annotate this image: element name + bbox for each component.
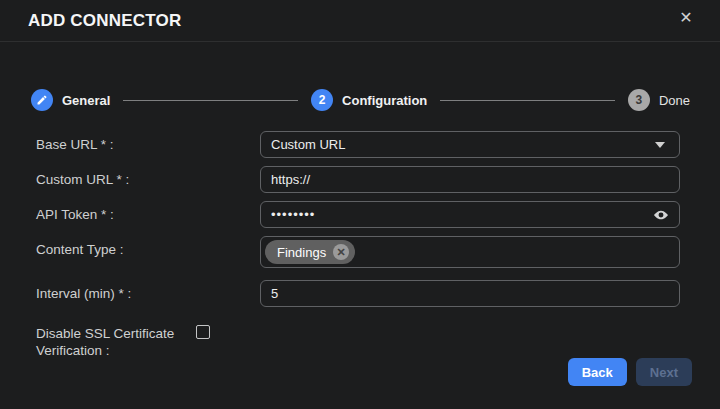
next-button[interactable]: Next bbox=[636, 358, 692, 386]
chevron-down-icon bbox=[655, 142, 665, 148]
close-icon[interactable]: ✕ bbox=[676, 8, 696, 28]
step-configuration-circle: 2 bbox=[311, 89, 333, 111]
api-token-row: API Token * : bbox=[36, 201, 680, 228]
content-type-field[interactable]: Findings ✕ bbox=[260, 236, 680, 268]
ssl-verification-checkbox[interactable] bbox=[196, 325, 210, 339]
custom-url-row: Custom URL * : bbox=[36, 166, 680, 193]
edit-pencil-icon bbox=[36, 94, 48, 106]
content-type-label: Content Type : bbox=[36, 236, 260, 259]
chip-remove-icon[interactable]: ✕ bbox=[333, 244, 349, 260]
step-done: 3 Done bbox=[628, 89, 690, 111]
stepper-connector-line bbox=[440, 100, 615, 101]
step-general-circle bbox=[31, 89, 53, 111]
add-connector-dialog: ADD CONNECTOR ✕ General 2 Configuration … bbox=[0, 0, 720, 409]
stepper-connector-line bbox=[123, 100, 298, 101]
interval-field-wrap bbox=[260, 280, 680, 307]
content-type-chip: Findings ✕ bbox=[265, 240, 355, 264]
step-configuration[interactable]: 2 Configuration bbox=[311, 89, 427, 111]
ssl-verification-row: Disable SSL Certificate Verification : bbox=[36, 320, 680, 360]
reveal-password-eye-icon[interactable] bbox=[653, 207, 669, 223]
interval-label: Interval (min) * : bbox=[36, 280, 260, 303]
dialog-footer: Back Next bbox=[568, 358, 692, 386]
ssl-verification-label: Disable SSL Certificate Verification : bbox=[36, 320, 196, 360]
dialog-title: ADD CONNECTOR bbox=[28, 11, 181, 31]
step-done-circle: 3 bbox=[628, 89, 650, 111]
step-general-label: General bbox=[62, 93, 110, 108]
wizard-stepper: General 2 Configuration 3 Done bbox=[31, 89, 690, 111]
custom-url-field-wrap bbox=[260, 166, 680, 193]
interval-row: Interval (min) * : bbox=[36, 280, 680, 307]
api-token-input[interactable] bbox=[271, 207, 645, 222]
connector-config-form: Base URL * : Custom URL Custom URL * : A… bbox=[36, 131, 680, 360]
step-done-label: Done bbox=[659, 93, 690, 108]
back-button[interactable]: Back bbox=[568, 358, 627, 386]
dialog-header: ADD CONNECTOR ✕ bbox=[0, 0, 720, 42]
base-url-select[interactable]: Custom URL bbox=[260, 131, 680, 158]
base-url-row: Base URL * : Custom URL bbox=[36, 131, 680, 158]
step-general[interactable]: General bbox=[31, 89, 110, 111]
content-type-row: Content Type : Findings ✕ bbox=[36, 236, 680, 268]
api-token-label: API Token * : bbox=[36, 201, 260, 224]
base-url-label: Base URL * : bbox=[36, 131, 260, 154]
content-type-chip-label: Findings bbox=[277, 245, 326, 260]
interval-input[interactable] bbox=[271, 286, 669, 301]
custom-url-label: Custom URL * : bbox=[36, 166, 260, 189]
custom-url-input[interactable] bbox=[271, 172, 669, 187]
base-url-selected-value: Custom URL bbox=[271, 137, 345, 152]
step-configuration-label: Configuration bbox=[342, 93, 427, 108]
api-token-field-wrap bbox=[260, 201, 680, 228]
